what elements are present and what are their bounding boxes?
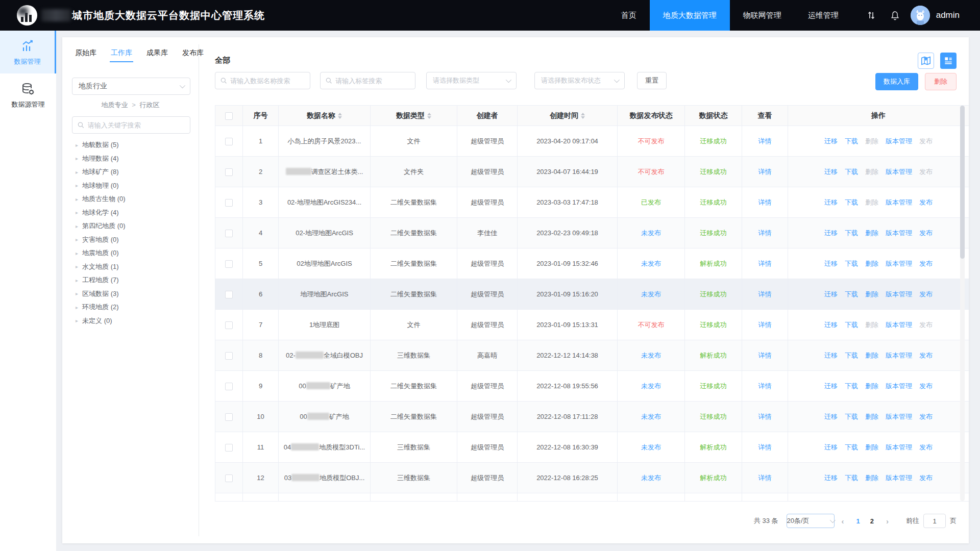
tree-node[interactable]: ▸地震地质 (0) xyxy=(76,246,193,260)
caret-right-icon[interactable]: ▸ xyxy=(76,196,78,202)
op-version-link[interactable]: 版本管理 xyxy=(886,382,912,391)
library-tab[interactable]: 原始库 xyxy=(75,48,96,62)
breadcrumb-item[interactable]: 行政区 xyxy=(139,101,159,109)
page-size-select[interactable]: 20条/页 xyxy=(787,514,835,528)
row-checkbox[interactable] xyxy=(225,260,233,268)
op-publish-link[interactable]: 发布 xyxy=(919,412,933,421)
caret-right-icon[interactable]: ▸ xyxy=(76,251,78,256)
caret-right-icon[interactable]: ▸ xyxy=(76,183,78,188)
op-download-link[interactable]: 下载 xyxy=(845,412,858,421)
detail-link[interactable]: 详情 xyxy=(758,137,772,145)
op-download-link[interactable]: 下载 xyxy=(845,443,858,452)
sort-arrows-icon[interactable] xyxy=(866,10,876,20)
nav-item[interactable]: 地质大数据管理 xyxy=(650,0,730,31)
row-checkbox[interactable] xyxy=(225,352,233,360)
row-checkbox[interactable] xyxy=(225,444,233,452)
op-download-link[interactable]: 下载 xyxy=(845,473,858,483)
data-ingest-button[interactable]: 数据入库 xyxy=(875,73,918,90)
caret-right-icon[interactable]: ▸ xyxy=(76,318,78,323)
op-migrate-link[interactable]: 迁移 xyxy=(824,290,838,299)
bell-icon[interactable] xyxy=(890,10,900,21)
op-version-link[interactable]: 版本管理 xyxy=(886,137,912,146)
op-delete-link[interactable]: 删除 xyxy=(865,259,878,268)
table-scrollbar[interactable] xyxy=(960,106,965,501)
op-delete-link[interactable]: 删除 xyxy=(865,229,878,238)
op-delete-link[interactable]: 删除 xyxy=(865,290,878,299)
nav-item[interactable]: 运维管理 xyxy=(795,0,852,31)
tree-node[interactable]: ▸地貌数据 (5) xyxy=(76,138,193,152)
username-label[interactable]: admin xyxy=(936,10,960,20)
op-migrate-link[interactable]: 迁移 xyxy=(824,412,838,421)
detail-link[interactable]: 详情 xyxy=(758,260,772,267)
op-version-link[interactable]: 版本管理 xyxy=(886,198,912,207)
op-publish-link[interactable]: 发布 xyxy=(919,473,933,483)
op-download-link[interactable]: 下载 xyxy=(845,351,858,360)
breadcrumb-item[interactable]: 地质专业 xyxy=(102,101,128,109)
tree-node[interactable]: ▸地质古生物 (0) xyxy=(76,192,193,206)
name-search-input[interactable] xyxy=(230,77,305,85)
library-tab[interactable]: 成果库 xyxy=(146,48,168,62)
op-migrate-link[interactable]: 迁移 xyxy=(824,320,838,330)
tree-node[interactable]: ▸区域数据 (3) xyxy=(76,287,193,301)
row-checkbox[interactable] xyxy=(225,474,233,482)
op-delete-link[interactable]: 删除 xyxy=(865,412,878,421)
tree-node[interactable]: ▸灾害地质 (0) xyxy=(76,233,193,247)
op-download-link[interactable]: 下载 xyxy=(845,259,858,268)
next-page-button[interactable]: › xyxy=(886,517,889,525)
tree-node[interactable]: ▸水文地质 (1) xyxy=(76,260,193,274)
column-header[interactable]: 创建时间 xyxy=(518,106,618,126)
sidebar-item-data-management[interactable]: 数据管理 xyxy=(0,31,56,73)
tree-node[interactable]: ▸未定义 (0) xyxy=(76,314,193,328)
op-download-link[interactable]: 下载 xyxy=(845,320,858,330)
op-publish-link[interactable]: 发布 xyxy=(919,229,933,238)
detail-link[interactable]: 详情 xyxy=(758,290,772,298)
industry-select[interactable]: 地质行业 xyxy=(72,78,190,95)
caret-right-icon[interactable]: ▸ xyxy=(76,223,78,229)
op-version-link[interactable]: 版本管理 xyxy=(886,473,912,483)
row-checkbox[interactable] xyxy=(225,383,233,390)
column-header[interactable]: 数据名称 xyxy=(279,106,371,126)
op-download-link[interactable]: 下载 xyxy=(845,167,858,177)
detail-link[interactable]: 详情 xyxy=(758,321,772,329)
op-delete-link[interactable]: 删除 xyxy=(865,443,878,452)
nav-item[interactable]: 首页 xyxy=(608,0,650,31)
caret-right-icon[interactable]: ▸ xyxy=(76,237,78,242)
library-tab[interactable]: 工作库 xyxy=(111,48,132,62)
nav-item[interactable]: 物联网管理 xyxy=(730,0,795,31)
goto-page-input[interactable] xyxy=(923,514,946,528)
detail-link[interactable]: 详情 xyxy=(758,168,772,176)
op-download-link[interactable]: 下载 xyxy=(845,229,858,238)
op-migrate-link[interactable]: 迁移 xyxy=(824,259,838,268)
op-migrate-link[interactable]: 迁移 xyxy=(824,351,838,360)
tree-node[interactable]: ▸地理数据 (4) xyxy=(76,152,193,166)
row-checkbox[interactable] xyxy=(225,199,233,207)
sort-arrows-icon[interactable] xyxy=(581,113,585,119)
user-avatar[interactable] xyxy=(911,6,930,25)
tree-node[interactable]: ▸第四纪地质 (0) xyxy=(76,219,193,233)
row-checkbox[interactable] xyxy=(225,291,233,298)
op-migrate-link[interactable]: 迁移 xyxy=(824,137,838,146)
sort-arrows-icon[interactable] xyxy=(338,113,342,119)
row-checkbox[interactable] xyxy=(225,321,233,329)
list-view-toggle[interactable] xyxy=(940,53,957,69)
caret-right-icon[interactable]: ▸ xyxy=(76,264,78,269)
op-version-link[interactable]: 版本管理 xyxy=(886,351,912,360)
map-view-toggle[interactable] xyxy=(918,53,934,69)
select-all-checkbox[interactable] xyxy=(225,112,233,120)
detail-link[interactable]: 详情 xyxy=(758,413,772,420)
op-publish-link[interactable]: 发布 xyxy=(919,259,933,268)
caret-right-icon[interactable]: ▸ xyxy=(76,142,78,148)
sort-arrows-icon[interactable] xyxy=(427,113,431,119)
op-version-link[interactable]: 版本管理 xyxy=(886,412,912,421)
tree-node[interactable]: ▸地球物理 (0) xyxy=(76,179,193,193)
caret-right-icon[interactable]: ▸ xyxy=(76,169,78,175)
detail-link[interactable]: 详情 xyxy=(758,474,772,482)
op-migrate-link[interactable]: 迁移 xyxy=(824,382,838,391)
detail-link[interactable]: 详情 xyxy=(758,443,772,451)
op-download-link[interactable]: 下载 xyxy=(845,137,858,146)
tree-node[interactable]: ▸地球矿产 (8) xyxy=(76,165,193,179)
row-checkbox[interactable] xyxy=(225,168,233,176)
column-header[interactable]: 数据类型 xyxy=(371,106,457,126)
op-download-link[interactable]: 下载 xyxy=(845,198,858,207)
row-checkbox[interactable] xyxy=(225,138,233,145)
